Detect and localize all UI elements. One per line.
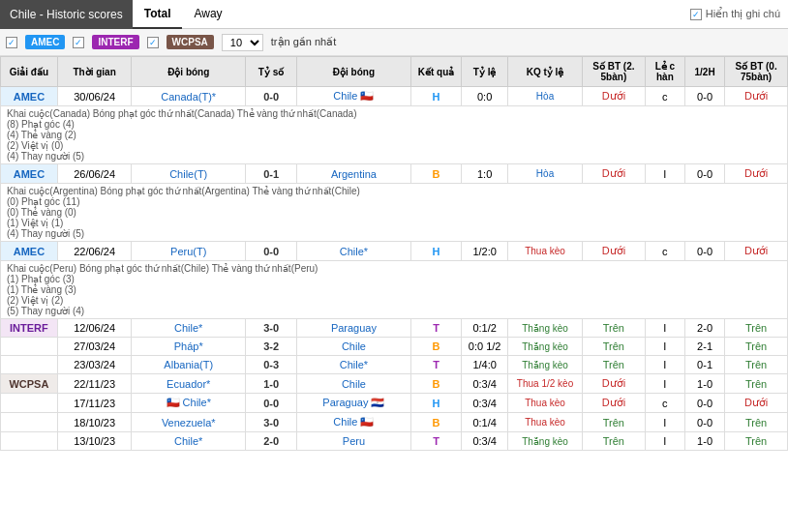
wcpsa-badge[interactable]: WCPSA (167, 35, 214, 49)
table-row: 27/03/24 Pháp* 3-2 Chile B 0:0 1/2 Thắng… (1, 338, 788, 356)
half-cell: 2-0 (684, 319, 724, 338)
lec-cell: I (645, 338, 684, 356)
kq-ratio-cell: Thắng kèo (508, 319, 583, 338)
table-row: 17/11/23 🇨🇱 Chile* 0-0 Paraguay 🇵🇾 H 0:3… (1, 394, 788, 413)
team1-cell[interactable]: Peru(T) (132, 242, 246, 261)
ratio-cell: 0:3/4 (462, 374, 508, 394)
col-le-c: Lẻ chàn (645, 57, 684, 87)
team1-cell[interactable]: Ecuador* (132, 374, 246, 394)
lec-cell: I (645, 374, 684, 394)
kq-ratio-cell: Hòa (508, 87, 583, 106)
team1-cell[interactable]: Pháp* (132, 338, 246, 356)
team1-cell[interactable]: Albania(T) (132, 356, 246, 374)
team2-cell[interactable]: Chile (297, 338, 411, 356)
sobt2-cell: Dưới (725, 242, 788, 261)
half-cell: 1-0 (684, 432, 724, 451)
col-half: 1/2H (684, 57, 724, 87)
team1-cell[interactable]: 🇨🇱 Chile* (132, 394, 246, 413)
result-cell: B (410, 413, 461, 432)
team2-cell[interactable]: Paraguay (297, 319, 411, 338)
half-cell: 1-0 (684, 374, 724, 394)
tab-total[interactable]: Total (133, 0, 183, 29)
ratio-cell: 1/4:0 (462, 356, 508, 374)
amec-checkbox[interactable]: ✓ (6, 37, 17, 48)
sobt1-cell: Trên (583, 356, 646, 374)
team2-cell[interactable]: Chile 🇨🇱 (297, 413, 411, 432)
col-doi-bong-2: Đội bóng (297, 57, 411, 87)
result-cell: H (410, 87, 461, 106)
ratio-cell: 0:1/2 (462, 319, 508, 338)
team2-cell[interactable]: Chile (297, 374, 411, 394)
interf-checkbox[interactable]: ✓ (73, 37, 84, 48)
lec-cell: I (645, 432, 684, 451)
half-cell: 0-0 (684, 164, 724, 184)
kq-ratio-cell: Hòa (508, 164, 583, 184)
time-cell: 18/10/23 (57, 413, 132, 432)
time-cell: 13/10/23 (57, 432, 132, 451)
score-cell: 0-0 (246, 394, 297, 413)
sobt2-cell: Dưới (725, 87, 788, 106)
score-cell: 3-2 (246, 338, 297, 356)
show-notes-checkbox[interactable]: ✓ (690, 9, 702, 20)
detail-cell: Khai cuộc(Peru) Bóng phạt góc thứ nhất(C… (1, 261, 788, 319)
header: Chile - Historic scores Total Away ✓ Hiể… (0, 0, 788, 29)
lec-cell: I (645, 413, 684, 432)
score-cell: 3-0 (246, 413, 297, 432)
col-ket-qua: Kết quả (410, 57, 461, 87)
kq-ratio-cell: Thắng kèo (508, 432, 583, 451)
sobt1-cell: Dưới (583, 164, 646, 184)
lec-cell: I (645, 356, 684, 374)
team2-cell[interactable]: Chile 🇨🇱 (297, 87, 411, 106)
wcpsa-checkbox[interactable]: ✓ (147, 37, 159, 48)
team2-cell[interactable]: Chile* (297, 242, 411, 261)
col-kq-ty-le: KQ tỷ lệ (508, 57, 583, 87)
result-cell: T (410, 319, 461, 338)
sobt2-cell: Trên (725, 319, 788, 338)
result-cell: T (410, 432, 461, 451)
team2-cell[interactable]: Paraguay 🇵🇾 (297, 394, 411, 413)
half-cell: 0-0 (684, 87, 724, 106)
kq-ratio-cell: Thua 1/2 kèo (508, 374, 583, 394)
table-row: AMEC 22/06/24 Peru(T) 0-0 Chile* H 1/2:0… (1, 242, 788, 261)
sobt1-cell: Dưới (583, 394, 646, 413)
scores-table: Giải đấu Thời gian Đội bóng Tỷ số Đội bó… (0, 56, 788, 451)
sobt1-cell: Dưới (583, 242, 646, 261)
time-cell: 23/03/24 (57, 356, 132, 374)
time-cell: 26/06/24 (57, 164, 132, 184)
time-cell: 22/06/24 (57, 242, 132, 261)
interf-badge[interactable]: INTERF (92, 35, 138, 49)
count-select[interactable]: 10 20 30 (222, 34, 263, 51)
lec-cell: I (645, 164, 684, 184)
team1-cell[interactable]: Venezuela* (132, 413, 246, 432)
sobt1-cell: Dưới (583, 87, 646, 106)
comp-cell: AMEC (1, 87, 58, 106)
amec-badge[interactable]: AMEC (25, 35, 65, 49)
ratio-cell: 0:0 (462, 87, 508, 106)
comp-cell (1, 394, 58, 413)
team2-cell[interactable]: Peru (297, 432, 411, 451)
ratio-cell: 1:0 (462, 164, 508, 184)
time-cell: 17/11/23 (57, 394, 132, 413)
team1-cell[interactable]: Chile(T) (132, 164, 246, 184)
comp-cell (1, 356, 58, 374)
detail-row: Khai cuộc(Canada) Bóng phạt góc thứ nhất… (1, 106, 788, 164)
kq-ratio-cell: Thắng kèo (508, 338, 583, 356)
team2-cell[interactable]: Argentina (297, 164, 411, 184)
sobt1-cell: Trên (583, 338, 646, 356)
sobt1-cell: Trên (583, 432, 646, 451)
team1-cell[interactable]: Chile* (132, 319, 246, 338)
team2-cell[interactable]: Chile* (297, 356, 411, 374)
time-cell: 27/03/24 (57, 338, 132, 356)
time-cell: 30/06/24 (57, 87, 132, 106)
comp-cell: AMEC (1, 242, 58, 261)
team1-cell[interactable]: Chile* (132, 432, 246, 451)
comp-cell (1, 432, 58, 451)
tab-away[interactable]: Away (182, 0, 233, 29)
detail-cell: Khai cuộc(Argentina) Bóng phạt góc thứ n… (1, 184, 788, 242)
half-cell: 0-0 (684, 413, 724, 432)
sobt2-cell: Trên (725, 413, 788, 432)
table-row: WCPSA 22/11/23 Ecuador* 1-0 Chile B 0:3/… (1, 374, 788, 394)
team1-cell[interactable]: Canada(T)* (132, 87, 246, 106)
col-doi-bong-1: Đội bóng (132, 57, 246, 87)
col-giai-dau: Giải đấu (1, 57, 58, 87)
